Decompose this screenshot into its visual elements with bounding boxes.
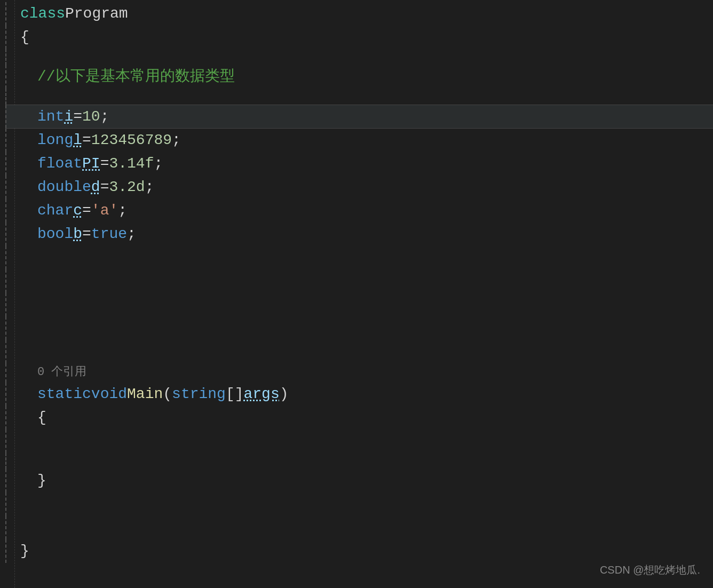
line-class: class Program [5,2,713,26]
line-bar [5,363,9,383]
line-bar [5,176,9,199]
line-comment: //以下是基本常用的数据类型 [5,65,713,89]
line-bar [5,516,9,539]
assign: = [82,129,91,152]
method-name: Main [127,383,163,406]
assign: = [100,176,109,198]
param-args: args [244,383,280,406]
type-char: char [37,199,73,222]
line-main-decl: static void Main ( string [] args ) [5,383,713,406]
line-close-brace-outer: } [5,539,713,563]
line-reference: 0 个引用 [5,363,713,383]
line-bar [5,406,9,430]
line-empty3 [5,246,713,269]
line-empty7 [5,340,713,363]
line-empty11 [5,516,713,539]
var-c: c [73,199,82,222]
val-float: 3.14f [109,152,154,175]
class-name: Program [65,2,128,25]
line-bar [5,246,9,269]
line-bar [5,383,9,406]
line-close-brace-inner: } [5,469,713,492]
brace-close-inner: } [37,469,46,492]
ref-count: 0 个引用 [37,363,86,382]
line-bar [5,492,9,516]
line-open-brace-outer: { [5,26,713,49]
semicolon: ; [118,199,127,222]
line-bar [5,340,9,363]
code-content: class Program { //以下是基本常用的数据类型 int i = [0,0,713,563]
line-bar [5,129,9,152]
keyword-static: static [37,383,91,406]
assign: = [82,223,91,245]
line-bar [5,49,9,65]
val-char: 'a' [91,199,118,222]
semicolon: ; [154,152,163,175]
semicolon: ; [100,105,109,128]
type-bool: bool [37,223,73,245]
line-float: float PI = 3.14f ; [5,152,713,176]
line-bar [5,199,9,223]
line-int: int i = 10 ; [5,105,713,129]
line-bar [5,152,9,176]
line-char: char c = 'a' ; [5,199,713,223]
line-empty9 [5,453,713,469]
line-long: long l = 123456789 ; [5,129,713,152]
type-float: float [37,152,82,175]
line-double: double d = 3.2d ; [5,176,713,199]
line-empty1 [5,49,713,65]
line-bar [5,105,9,128]
assign: = [100,152,109,175]
line-bar [5,430,9,453]
var-l: l [73,129,82,152]
line-empty2 [5,89,713,105]
line-bar [5,539,9,563]
assign: = [82,199,91,222]
line-bar [5,223,9,246]
type-int: int [37,105,64,128]
brace-close-outer: } [20,539,29,562]
keyword-void: void [91,383,127,406]
line-open-brace-inner: { [5,406,713,430]
type-double: double [37,176,91,198]
line-bar [5,293,9,316]
line-bar [5,269,9,293]
line-bar [5,469,9,492]
val-true: true [91,223,127,245]
line-empty10 [5,492,713,516]
paren-open: ( [163,383,172,406]
line-bar [5,2,9,26]
line-empty4 [5,269,713,293]
val-double: 3.2d [109,176,145,198]
line-bar [5,65,9,89]
line-bar [5,453,9,469]
line-empty8 [5,430,713,453]
var-d: d [91,176,100,198]
semicolon: ; [172,129,181,152]
semicolon: ; [127,223,136,245]
line-bar [5,26,9,49]
brace-open-inner: { [37,406,46,429]
assign: = [73,105,82,128]
line-empty6 [5,316,713,340]
var-b: b [73,223,82,245]
param-type-string: string [172,383,226,406]
brace-open: { [20,26,29,49]
watermark: CSDN @想吃烤地瓜. [600,562,700,578]
line-bar [5,89,9,105]
val-10: 10 [82,105,100,128]
val-long: 123456789 [91,129,172,152]
code-editor: class Program { //以下是基本常用的数据类型 int i = [0,0,713,588]
semicolon: ; [145,176,154,198]
paren-close: ) [280,383,289,406]
line-bool: bool b = true ; [5,223,713,246]
line-bar [5,316,9,340]
line-empty5 [5,293,713,316]
keyword-class: class [20,2,65,25]
comment-text: //以下是基本常用的数据类型 [37,65,235,88]
array-bracket: [] [226,383,244,406]
type-long: long [37,129,73,152]
var-i: i [64,105,73,128]
var-pi: PI [82,152,100,175]
